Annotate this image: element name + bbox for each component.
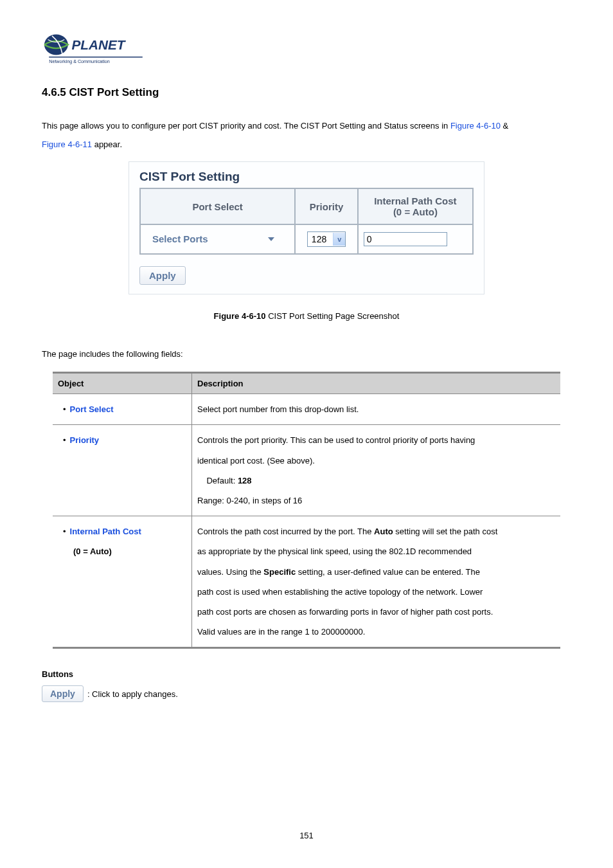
chevron-down-icon: v [337, 235, 341, 243]
figure-caption-bold: Figure 4-6-10 [214, 311, 266, 321]
planet-logo-icon: PLANET Networking & Communication [42, 32, 145, 68]
logo-brand-text: PLANET [71, 38, 126, 53]
select-ports-dropdown[interactable]: Select Ports [146, 233, 278, 244]
fields-intro-text: The page includes the following fields: [42, 349, 571, 359]
figure-ref-1: Figure 4-6-10 [450, 121, 501, 131]
col-header-port-select: Port Select [140, 188, 295, 224]
col-header-priority: Priority [295, 188, 358, 224]
page-number: 151 [42, 831, 571, 840]
col-header-description: Description [192, 373, 561, 394]
desc-priority: Controls the port priority. This can be … [192, 425, 561, 516]
cist-panel-title: CIST Port Setting [139, 170, 474, 184]
priority-value: 128 [308, 234, 333, 244]
svg-point-0 [44, 35, 68, 55]
col-header-internal-path-cost: Internal Path Cost(0 = Auto) [358, 188, 473, 224]
section-heading: 4.6.5 CIST Port Setting [42, 86, 571, 99]
figure-ref-2: Figure 4-6-11 [42, 140, 92, 149]
obj-priority: Priority [70, 435, 100, 445]
logo: PLANET Networking & Communication [42, 32, 571, 70]
cist-settings-table: Port Select Priority Internal Path Cost(… [139, 188, 474, 255]
buttons-heading: Buttons [42, 669, 571, 679]
table-row: •Internal Path Cost (0 = Auto) Controls … [53, 516, 560, 648]
logo-tagline-text: Networking & Communication [49, 59, 110, 64]
desc-internal-path-cost: Controls the path cost incurred by the p… [192, 516, 561, 648]
table-row: •Priority Controls the port priority. Th… [53, 425, 560, 516]
select-ports-label: Select Ports [152, 233, 208, 244]
internal-path-cost-input[interactable]: 0 [364, 232, 447, 246]
internal-path-cost-value: 0 [367, 234, 372, 244]
priority-dropdown-button[interactable]: v [333, 233, 345, 246]
cist-port-setting-panel: CIST Port Setting Port Select Priority I… [129, 161, 484, 294]
object-description-table: Object Description •Port Select Select p… [53, 372, 560, 649]
priority-select[interactable]: 128 v [307, 231, 346, 247]
obj-internal-path-cost: Internal Path Cost [70, 527, 141, 536]
buttons-row: Apply : Click to apply changes. [42, 685, 571, 702]
obj-port-select: Port Select [70, 404, 114, 414]
figure-caption: Figure 4-6-10 CIST Port Setting Page Scr… [42, 311, 571, 321]
apply-button-description: : Click to apply changes. [87, 689, 178, 699]
intro-text-2: & [501, 121, 508, 131]
intro-text-1: This page allows you to configure per po… [42, 121, 450, 131]
apply-button[interactable]: Apply [42, 685, 84, 702]
chevron-down-icon [268, 237, 274, 241]
figure-caption-text: CIST Port Setting Page Screenshot [266, 311, 400, 321]
obj-internal-path-cost-sub: (0 = Auto) [73, 547, 112, 556]
intro-paragraph: This page allows you to configure per po… [42, 117, 571, 154]
table-row: •Port Select Select port number from thi… [53, 394, 560, 425]
apply-button[interactable]: Apply [139, 266, 186, 285]
desc-port-select: Select port number from this drop-down l… [192, 394, 561, 425]
intro-text-3: appear. [92, 140, 122, 149]
col-header-object: Object [53, 373, 192, 394]
